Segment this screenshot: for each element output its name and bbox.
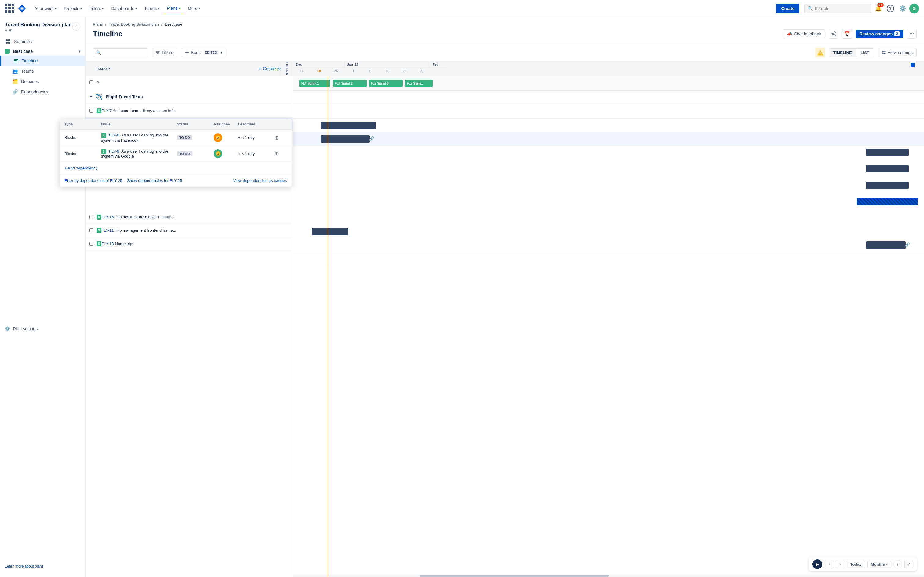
settings-button[interactable]: ⚙️ (897, 3, 908, 14)
sprint-bar-4[interactable]: FLY Sprin... (405, 80, 433, 87)
plan-settings-link[interactable]: ⚙️ Plan settings (5, 324, 80, 334)
navigate-forward-button[interactable]: › (836, 560, 844, 569)
jira-logo[interactable] (17, 4, 27, 13)
navigate-to-today-button[interactable]: ▶ (813, 559, 822, 569)
gantt-bar-fly16[interactable] (312, 228, 348, 235)
gantt-bar-extra1[interactable] (866, 149, 909, 156)
search-input[interactable] (815, 6, 864, 11)
nav-filters[interactable]: Filters ▾ (86, 4, 107, 13)
timeline-view-button[interactable]: TIMELINE (829, 48, 856, 57)
nav-more[interactable]: More ▾ (184, 4, 203, 13)
notifications-button[interactable]: 🔔 9+ (873, 3, 884, 14)
view-deps-badges-link[interactable]: View dependencies as badges (233, 178, 287, 183)
filters-button[interactable]: Filters (152, 48, 177, 57)
issue-row-fly16[interactable]: S FLY-16 Trip destination selection - mu… (86, 210, 293, 224)
create-button[interactable]: Create (776, 4, 799, 13)
sidebar-item-timeline[interactable]: Timeline (0, 56, 85, 66)
row-checkbox[interactable] (89, 215, 97, 219)
expand-button[interactable]: ⤢ (905, 560, 913, 569)
info-button[interactable]: i (893, 560, 902, 569)
warning-icon[interactable]: ⚠️ (815, 48, 825, 57)
dep-delete-2[interactable]: 🗑 (275, 151, 287, 156)
gear-icon: ⚙️ (5, 326, 10, 331)
scrollbar-thumb[interactable] (420, 575, 609, 577)
issue-row-fly11[interactable]: S FLY-11 Trip management frontend frame.… (86, 224, 293, 237)
show-deps-link[interactable]: Show dependencies for FLY-25 (127, 178, 182, 183)
delete-dep-button-2[interactable]: 🗑 (275, 151, 279, 156)
row-checkbox[interactable] (89, 80, 97, 85)
issue-checkbox[interactable] (89, 109, 93, 113)
issue-row-fly13[interactable]: S FLY-13 Name trips (86, 237, 293, 251)
sidebar-collapse-button[interactable]: ‹ (72, 22, 80, 31)
nav-your-work[interactable]: Your work ▾ (32, 4, 60, 13)
timeline-search[interactable]: 🔍 (93, 48, 148, 57)
search-box[interactable]: 🔍 (804, 4, 871, 13)
sprint-bar-2[interactable]: FLY Sprint 2 (333, 80, 367, 87)
share-button[interactable] (829, 29, 838, 39)
issue-checkbox[interactable] (89, 215, 93, 219)
nav-projects[interactable]: Projects ▾ (61, 4, 85, 13)
help-button[interactable]: ? (885, 3, 896, 14)
issue-checkbox[interactable] (89, 242, 93, 246)
schedule-button[interactable]: 📅 (842, 29, 852, 39)
status-badge: TO DO (177, 152, 192, 156)
issue-row-fly7[interactable]: S FLY-7 As I user I can edit my account … (86, 104, 293, 118)
sidebar-item-summary[interactable]: Summary (0, 36, 85, 47)
gantt-bar-striped[interactable] (857, 198, 918, 205)
list-view-button[interactable]: LIST (856, 48, 874, 57)
dep-row-fly9[interactable]: Blocks S FLY-9 As a user I can log into … (86, 146, 292, 162)
basic-filter-button[interactable]: Basic EDITED ▾ (181, 48, 226, 57)
dep-delete[interactable]: 🗑 (275, 135, 287, 140)
gantt-bar-extra2[interactable] (866, 165, 909, 172)
sidebar-section-best-case[interactable]: Best case ▾ (0, 47, 85, 56)
issue-column-header[interactable]: Issue ▾ (97, 66, 110, 71)
gantt-row-fly7 (293, 119, 924, 132)
gantt-bar-fly7[interactable] (321, 122, 376, 129)
give-feedback-button[interactable]: 📣 Give feedback (783, 29, 825, 39)
breadcrumb-plans[interactable]: Plans (93, 22, 103, 27)
nav-plans[interactable]: Plans ▾ (164, 4, 183, 13)
group-row-flight-team[interactable]: ▼ ✈️ Flight Travel Team (86, 89, 293, 104)
horizontal-scrollbar[interactable] (293, 575, 924, 577)
gantt-bar-fly25[interactable]: 🔗 (321, 135, 370, 143)
plan-settings-item[interactable]: ⚙️ Plan settings (0, 321, 85, 336)
feb-month-group: Feb (430, 61, 447, 70)
gantt-bar-extra3[interactable] (866, 182, 909, 189)
nav-dashboards[interactable]: Dashboards ▾ (108, 4, 140, 13)
navigate-back-button[interactable]: ‹ (825, 560, 833, 569)
delete-dep-button[interactable]: 🗑 (275, 135, 279, 140)
row-checkbox[interactable] (89, 242, 97, 246)
row-checkbox[interactable] (89, 228, 97, 232)
issue-checkbox[interactable] (89, 228, 93, 232)
add-dependency-button[interactable]: + Add dependency (86, 166, 97, 170)
gantt-bar-fly11[interactable]: 🔗 (866, 242, 906, 249)
learn-more-link[interactable]: Learn more about plans (0, 561, 85, 572)
dep-row-fly6[interactable]: Blocks S FLY-6 As a user I can log into … (86, 130, 292, 146)
dep-issue-key[interactable]: FLY-9 (109, 149, 119, 153)
view-settings-button[interactable]: View settings (877, 48, 917, 57)
more-options-button[interactable]: ••• (907, 29, 917, 39)
add-dependency-row[interactable]: + Add dependency (86, 162, 292, 174)
user-avatar[interactable]: G (909, 4, 919, 13)
sidebar-item-dependencies[interactable]: 🔗 Dependencies (0, 87, 85, 97)
sprint-bar-1[interactable]: FLY Sprint 1 (299, 80, 330, 87)
page-title: Timeline (93, 30, 123, 38)
select-all-checkbox[interactable] (89, 80, 93, 84)
breadcrumb-separator: / (105, 22, 107, 27)
dec-weeks: 11 18 25 (293, 68, 345, 74)
nav-teams[interactable]: Teams ▾ (141, 4, 163, 13)
sidebar-item-teams[interactable]: 👥 Teams (0, 66, 85, 76)
dep-issue-key[interactable]: FLY-6 (109, 133, 119, 137)
row-checkbox[interactable] (89, 109, 97, 113)
group-collapse-chevron: ▼ (89, 95, 93, 99)
sidebar-item-releases[interactable]: 🗂️ Releases (0, 76, 85, 87)
app-grid-button[interactable] (5, 4, 15, 13)
breadcrumb-division-plan[interactable]: Travel Booking Division plan (109, 22, 159, 27)
time-scale-selector[interactable]: Months ▾ (867, 561, 891, 568)
filter-by-deps-link[interactable]: Filter by dependencies of FLY-25 (86, 178, 122, 183)
review-changes-button[interactable]: Review changes 2 (856, 30, 903, 38)
today-button[interactable]: Today (847, 561, 865, 568)
fields-toggle[interactable]: FIELDS (281, 61, 293, 76)
sprint-bar-3[interactable]: FLY Sprint 3 (369, 80, 403, 87)
timeline-search-input[interactable] (103, 50, 140, 55)
